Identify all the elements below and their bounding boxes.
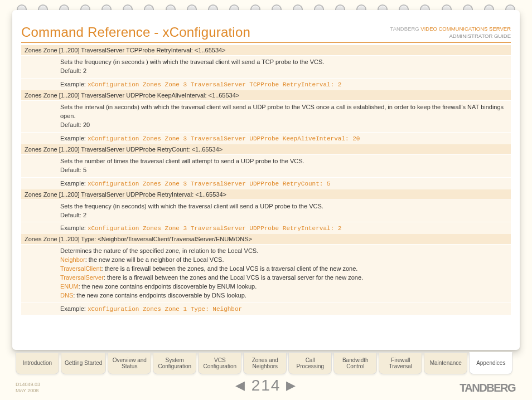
tab-label: Control [346,363,364,370]
example-code: xConfiguration Zones Zone 3 TraversalSer… [88,181,331,187]
option-key: DNS [60,292,73,299]
prev-page-arrow-icon[interactable]: ◀ [235,378,246,393]
cmd-desc: Sets the number of times the traversal c… [60,158,304,164]
cmd-example: Example: xConfiguration Zones Zone 3 Tra… [21,222,511,234]
option-key: Neighbor [60,256,85,263]
example-code: xConfiguration Zones Zone 3 TraversalSer… [88,225,341,232]
option-key: TraversalClient [60,265,101,272]
tab-appendices[interactable]: Appendices [469,352,512,374]
tab-system-configuration[interactable]: SystemConfiguration [153,352,196,374]
option-text: : the new zone will be a neighbor of the… [85,256,224,263]
cmd-desc-intro: Determines the nature of the specified z… [60,247,258,254]
header-right: TANDBERG VIDEO COMMUNICATIONS SERVER ADM… [390,26,511,40]
brand-name: TANDBERG [390,26,419,32]
tab-label: Maintenance [430,360,462,367]
cmd-default: Default: 20 [60,121,90,128]
command-table: Zones Zone [1..200] TraversalServer TCPP… [21,45,511,315]
option-text: : there is a firewall between the zones … [104,274,363,281]
guide-label: ADMINISTRATOR GUIDE [449,33,511,39]
cmd-default: Default: 2 [60,67,86,74]
tab-label: Getting Started [65,360,102,367]
tab-label: Processing [297,363,324,370]
example-label: Example: [60,180,86,187]
cmd-desc: Sets the frequency (in seconds ) with wh… [60,58,324,65]
cmd-name: Zones Zone [1..200] TraversalServer UDPP… [21,189,511,199]
cmd-name: Zones Zone [1..200] TraversalServer UDPP… [21,144,511,154]
cmd-desc: Sets the frequency (in seconds) with whi… [60,203,323,209]
example-label: Example: [60,305,86,312]
cmd-example: Example: xConfiguration Zones Zone 3 Tra… [21,132,511,144]
header-rule [21,42,511,43]
example-label: Example: [60,225,86,231]
tab-call-processing[interactable]: CallProcessing [288,352,332,374]
example-label: Example: [60,135,86,142]
product-name: VIDEO COMMUNICATIONS SERVER [420,26,511,32]
tab-overview-status[interactable]: Overview andStatus [108,352,151,374]
next-page-arrow-icon[interactable]: ▶ [286,378,297,393]
cmd-example: Example: xConfiguration Zones Zone 3 Tra… [21,177,511,189]
cmd-name: Zones Zone [1..200] Type: <Neighbor/Trav… [21,234,511,244]
option-text: : the new zone contains endpoints discov… [78,283,257,290]
page-card: Command Reference - xConfiguration TANDB… [12,10,520,350]
example-label: Example: [60,81,86,87]
tab-introduction[interactable]: Introduction [16,352,59,374]
tab-label: Zones and [252,357,278,364]
option-text: : the new zone contains endpoints discov… [73,292,246,299]
cmd-body: Sets the interval (in seconds) with whic… [21,100,511,132]
tab-label: Neighbors [252,363,278,370]
tab-zones-neighbors[interactable]: Zones andNeighbors [243,352,287,374]
tab-label: Configuration [158,363,191,370]
cmd-body: Sets the frequency (in seconds ) with wh… [21,55,511,78]
bottom-tabs: Introduction Getting Started Overview an… [16,352,512,374]
tab-getting-started[interactable]: Getting Started [61,352,106,374]
footer-logo: TANDBERG [460,382,515,394]
example-code: xConfiguration Zones Zone 3 TraversalSer… [88,81,341,88]
tab-label: Status [122,363,137,370]
option-text: : there is a firewall between the zones,… [101,265,358,272]
option-key: ENUM [60,283,78,290]
tab-maintenance[interactable]: Maintenance [424,352,467,374]
option-key: TraversalServer [60,274,104,281]
cmd-default: Default: 2 [60,212,86,218]
tab-label: Introduction [23,360,52,367]
cmd-body: Sets the number of times the traversal c… [21,154,511,177]
tab-label: VCS [214,357,226,364]
cmd-example: Example: xConfiguration Zones Zone 1 Typ… [21,303,511,315]
cmd-example: Example: xConfiguration Zones Zone 3 Tra… [21,78,511,90]
tab-label: Traversal [389,363,412,370]
tab-firewall-traversal[interactable]: FirewallTraversal [379,352,422,374]
tab-label: Firewall [391,357,410,364]
tab-label: Configuration [204,363,236,370]
tab-bandwidth-control[interactable]: BandwidthControl [333,352,377,374]
page-number: 214 [252,377,281,394]
page-navigation: ◀ 214 ▶ [0,377,532,394]
tab-label: Bandwidth [342,357,369,364]
cmd-name: Zones Zone [1..200] TraversalServer UDPP… [21,90,511,100]
tab-vcs-configuration[interactable]: VCSConfiguration [198,352,241,374]
tab-label: Overview and [113,357,147,364]
tab-label: Call [306,357,315,364]
example-code: xConfiguration Zones Zone 1 Type: Neighb… [88,306,242,313]
cmd-body: Determines the nature of the specified z… [21,244,511,303]
page-title: Command Reference - xConfiguration [21,25,250,40]
cmd-desc: Sets the interval (in seconds) with whic… [60,104,504,119]
cmd-name: Zones Zone [1..200] TraversalServer TCPP… [21,45,511,55]
tab-label: System [166,357,184,364]
cmd-body: Sets the frequency (in seconds) with whi… [21,199,511,222]
example-code: xConfiguration Zones Zone 3 TraversalSer… [88,135,360,142]
tab-label: Appendices [476,360,505,367]
cmd-default: Default: 5 [60,167,86,173]
